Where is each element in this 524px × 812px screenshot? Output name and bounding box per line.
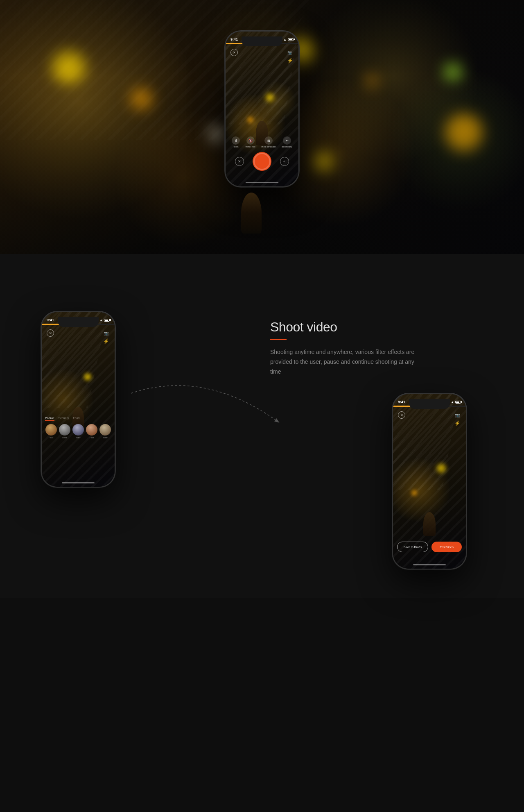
boomerang-icon: ↩ (283, 136, 291, 145)
camera-flip-button[interactable]: 📷 (286, 49, 294, 56)
post-video-actions: Save to Drafts Post Video (393, 542, 466, 552)
shoot-video-title: Shoot video (270, 320, 426, 335)
phone-bokeh (266, 93, 274, 102)
flash-button-3[interactable]: ⚡ (454, 420, 461, 427)
signal-bar (447, 401, 448, 404)
status-time-3: 9:41 (398, 400, 405, 404)
filter-tab-scenery[interactable]: Scenery (59, 416, 69, 421)
filter-label-1: Filter (45, 436, 57, 439)
phone3-bokeh-2 (411, 490, 417, 496)
flash-button[interactable]: ⚡ (286, 57, 294, 64)
wifi-icon-3: ▲ (451, 400, 454, 404)
filter-thumb-1[interactable]: Filter (45, 424, 57, 440)
filter-label-4: Filter (86, 436, 98, 439)
camera-flip-button-2[interactable]: 📷 (102, 329, 110, 337)
progress-fill-2 (42, 324, 78, 325)
status-icons: ▲ (278, 38, 294, 41)
status-icons-3: ▲ (445, 400, 461, 404)
signal-bar (445, 402, 446, 404)
mode-label-hands-free: Hands free (245, 145, 255, 148)
home-indicator (246, 182, 278, 183)
home-indicator-3 (413, 564, 446, 565)
face-thumb-1 (45, 424, 57, 435)
section-wrapper: Shoot video Shooting anytime and anywher… (0, 287, 524, 574)
status-icons-2: ▲ (94, 318, 110, 322)
progress-fill (226, 43, 273, 44)
mode-boomerang[interactable]: ↩ Boomerang (282, 136, 292, 148)
photo-templates-icon: ⊞ (264, 136, 273, 145)
phone-awning (226, 32, 298, 125)
phone-mockup-post: 9:41 ▲ (392, 393, 467, 569)
close-button-3[interactable]: ✕ (398, 411, 405, 419)
wifi-icon: ▲ (283, 38, 287, 41)
mode-label-filters: Filters (233, 145, 239, 148)
filter-tab-row: Portrait Scenery Food (45, 416, 111, 421)
phone-mockup-hero: 9:41 ▲ (225, 31, 299, 187)
dashed-curve-arrow (123, 361, 287, 442)
mode-photo-templates[interactable]: ⊞ Photo Templates (261, 136, 276, 148)
camera-flip-button-3[interactable]: 📷 (454, 411, 461, 419)
signal-icon-3 (445, 400, 449, 404)
battery-fill-2 (105, 320, 108, 321)
signal-bar (96, 319, 97, 322)
filter-tabs: Portrait Scenery Food Filter Filter (42, 416, 115, 440)
filter-tab-portrait[interactable]: Portrait (45, 416, 54, 421)
person-silhouette (241, 193, 262, 234)
mode-label-boomerang: Boomerang (282, 145, 292, 148)
signal-bar (280, 38, 281, 41)
filter-label-3: Filter (72, 436, 84, 439)
progress-fill-3 (393, 406, 448, 407)
signal-bar (278, 40, 278, 41)
recording-progress-bar (226, 43, 298, 44)
battery-icon-2 (104, 319, 110, 322)
mode-hands-free[interactable]: 🔇 Hands free (245, 136, 255, 148)
camera-controls-row: ✕ ✓ (226, 153, 298, 170)
filter-thumb-3[interactable]: Filter (72, 424, 84, 440)
hero-section: 9:41 ▲ (0, 0, 524, 254)
phone-mockup-filter: 9:41 ▲ (41, 311, 115, 488)
filter-thumb-5[interactable]: Filter (99, 424, 111, 440)
battery-fill (289, 39, 292, 40)
filter-thumb-4[interactable]: Filter (86, 424, 98, 440)
recording-progress-bar-3 (393, 406, 466, 407)
signal-bar (279, 39, 280, 41)
battery-fill-3 (456, 401, 459, 403)
face-thumb-2 (59, 424, 70, 435)
cancel-button[interactable]: ✕ (235, 157, 244, 166)
flash-button-2[interactable]: ⚡ (102, 338, 110, 345)
status-time-2: 9:41 (47, 318, 54, 322)
face-thumb-4 (86, 424, 97, 435)
second-section: Shoot video Shooting anytime and anywher… (0, 254, 524, 598)
mode-filters[interactable]: 🎛 Filters (232, 136, 240, 148)
record-button[interactable] (253, 153, 271, 170)
confirm-button[interactable]: ✓ (280, 157, 289, 166)
home-indicator-2 (62, 482, 95, 483)
phone-screen-filter: 9:41 ▲ (42, 312, 115, 487)
filter-tab-food[interactable]: Food (73, 416, 79, 421)
phone-screen-post: 9:41 ▲ (393, 394, 466, 569)
filter-thumb-2[interactable]: Filter (59, 424, 70, 440)
camera-modes: 🎛 Filters 🔇 Hands free ⊞ Photo Templates… (226, 136, 298, 148)
shoot-video-description: Shooting anytime and anywhere, various f… (270, 347, 426, 377)
phone3-person (423, 512, 436, 536)
close-button-2[interactable]: ✕ (47, 329, 54, 337)
save-to-drafts-button[interactable]: Save to Drafts (397, 542, 428, 552)
hands-free-icon: 🔇 (246, 136, 255, 145)
filter-label-2: Filter (59, 436, 70, 439)
shoot-video-text-block: Shoot video Shooting anytime and anywher… (270, 320, 426, 377)
recording-progress-bar-2 (42, 324, 115, 325)
signal-bar (97, 318, 98, 322)
signal-icon (278, 38, 282, 41)
face-thumb-3 (72, 424, 84, 435)
signal-bar (281, 38, 282, 41)
close-button[interactable]: ✕ (230, 49, 238, 56)
battery-icon-3 (455, 401, 461, 404)
signal-bar (446, 401, 447, 404)
wifi-icon-2: ▲ (99, 318, 103, 322)
post-video-button[interactable]: Post Video (431, 542, 462, 552)
signal-bar (95, 320, 96, 322)
battery-icon (288, 38, 294, 41)
filters-icon: 🎛 (232, 136, 240, 145)
face-thumb-5 (99, 424, 111, 435)
filter-label-5: Filter (99, 436, 111, 439)
